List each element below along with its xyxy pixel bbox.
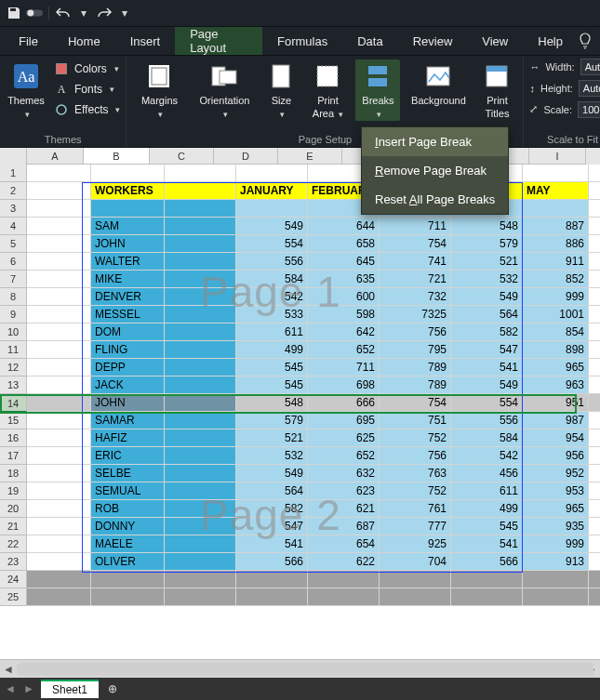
cell[interactable] [27,518,91,535]
print-titles-button[interactable]: PrintTitles [476,59,517,120]
row-header[interactable]: 24 [0,571,27,588]
cell[interactable] [165,253,236,271]
row-header[interactable]: 7 [0,271,27,288]
cell[interactable]: 925 [380,535,451,553]
tellme-icon[interactable] [578,32,593,50]
cell[interactable] [589,200,600,218]
cell[interactable]: 965 [523,359,589,376]
orientation-button[interactable]: Orientation▾ [193,59,255,121]
cell[interactable] [27,271,91,288]
cell[interactable] [165,518,236,535]
cell[interactable]: 532 [451,271,523,288]
cell[interactable]: 695 [308,412,380,429]
cell[interactable] [165,500,236,518]
cell[interactable]: 987 [523,412,589,429]
cell[interactable]: 652 [308,341,380,359]
worksheet[interactable]: A B C D E F G H I Page 1 Page 2 12WORKER… [0,148,600,700]
cell[interactable]: 564 [236,482,308,500]
menu-insert-page-break[interactable]: Insert Page Break [362,127,508,156]
row-header[interactable]: 13 [0,376,27,394]
cell[interactable]: 548 [236,394,308,412]
cell[interactable] [91,571,165,588]
cell[interactable] [589,359,600,376]
column-headers[interactable]: A B C D E F G H I [0,148,600,165]
cell[interactable]: 953 [523,482,589,500]
cell[interactable] [380,588,451,606]
row-header[interactable]: 1 [0,165,27,182]
cell[interactable]: 549 [451,288,523,306]
cell[interactable]: 721 [380,271,451,288]
cell[interactable]: 632 [308,465,380,482]
cell[interactable]: 886 [523,235,589,253]
cell[interactable]: 532 [236,447,308,465]
tab-formulas[interactable]: Formulas [262,27,342,55]
cell[interactable]: 795 [380,341,451,359]
cell[interactable]: 911 [523,253,589,271]
cell[interactable]: 952 [523,465,589,482]
row-header[interactable]: 14 [0,394,27,412]
cell[interactable]: DOM [91,324,165,341]
undo-dropdown-icon[interactable]: ▾ [75,5,92,21]
cell[interactable] [165,218,236,235]
cell[interactable]: 582 [236,500,308,518]
width-value[interactable]: Auto [580,59,600,75]
size-button[interactable]: Size▾ [262,59,300,121]
cell[interactable]: 999 [523,288,589,306]
cell[interactable] [165,571,236,588]
cell[interactable]: 499 [236,341,308,359]
cell[interactable]: 541 [236,535,308,553]
cell[interactable]: 756 [380,324,451,341]
cell[interactable] [523,571,589,588]
cell[interactable]: 652 [308,447,380,465]
colhdr-B[interactable]: B [84,148,150,165]
sheet-tab[interactable]: Sheet1 [41,680,99,698]
cell[interactable]: 549 [451,376,523,394]
cell[interactable] [236,588,308,606]
cell[interactable]: 542 [451,447,523,465]
cell[interactable]: 579 [236,412,308,429]
cell[interactable] [27,324,91,341]
cell[interactable]: 644 [308,218,380,235]
cell[interactable]: DONNY [91,518,165,535]
cell[interactable]: 499 [451,500,523,518]
next-sheet-icon[interactable]: ► [22,682,35,695]
cell[interactable]: 556 [451,412,523,429]
height-value[interactable]: Auto [579,80,600,97]
row-header[interactable]: 16 [0,429,27,447]
cell[interactable]: 554 [451,394,523,412]
cell[interactable]: ERIC [91,447,165,465]
new-sheet-icon[interactable]: ⊕ [104,680,121,697]
cell[interactable] [27,571,91,588]
cell[interactable]: JACK [91,376,165,394]
cell[interactable] [165,553,236,571]
colhdr-D[interactable]: D [214,148,278,165]
cell[interactable] [589,412,600,429]
cell[interactable] [589,553,600,571]
cell[interactable]: 7325 [380,306,451,324]
cell[interactable]: 566 [236,553,308,571]
margins-button[interactable]: Margins▾ [132,59,186,121]
cell[interactable] [589,235,600,253]
cell[interactable] [27,394,91,412]
cell[interactable]: 579 [451,235,523,253]
cell[interactable] [165,235,236,253]
cell[interactable] [308,571,380,588]
cell[interactable] [589,182,600,200]
cell[interactable]: 598 [308,306,380,324]
cell[interactable] [27,235,91,253]
cell[interactable]: 965 [523,500,589,518]
tab-page-layout[interactable]: Page Layout [175,27,262,55]
cell[interactable] [165,271,236,288]
cell[interactable]: 666 [308,394,380,412]
cell[interactable]: 756 [380,447,451,465]
cell[interactable]: 541 [451,535,523,553]
cell[interactable]: JANUARY [236,182,308,200]
redo-icon[interactable] [96,5,113,21]
cell[interactable] [27,288,91,306]
cell[interactable]: 711 [380,218,451,235]
cell[interactable]: 547 [236,518,308,535]
autosave-toggle[interactable] [26,5,43,21]
cell[interactable]: 456 [451,465,523,482]
cell[interactable]: FLING [91,341,165,359]
cell[interactable]: 611 [236,324,308,341]
